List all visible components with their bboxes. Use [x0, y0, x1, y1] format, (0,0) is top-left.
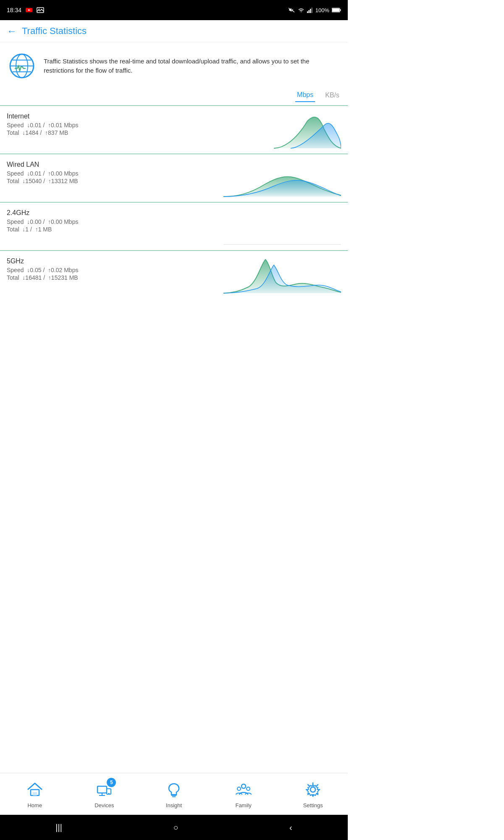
traffic-section-internet: Internet Speed ↓0.01 / ↑0.01 Mbps Total … — [0, 105, 348, 154]
svg-point-30 — [310, 787, 315, 792]
nav-item-home[interactable]: Home — [25, 780, 45, 808]
nav-label-settings: Settings — [303, 802, 323, 808]
traffic-speed: Speed ↓0.01 / ↑0.01 Mbps — [7, 122, 223, 129]
status-right: 100% — [288, 7, 341, 13]
traffic-speed: Speed ↓0.05 / ↑0.02 Mbps — [7, 267, 223, 273]
traffic-section-wiredlan: Wired LAN Speed ↓0.01 / ↑0.00 Mbps Total… — [0, 154, 348, 202]
svg-rect-20 — [97, 786, 107, 793]
devices-badge: 5 — [107, 778, 116, 787]
bottom-nav: Home 5 Devices Insight — [0, 773, 348, 815]
mbps-button[interactable]: Mbps — [295, 89, 315, 102]
traffic-total: Total ↓1 / ↑1 MB — [7, 226, 223, 233]
svg-point-29 — [247, 787, 250, 790]
traffic-total: Total ↓16481 / ↑15231 MB — [7, 274, 223, 281]
description-text: Traffic Statistics shows the real-time a… — [44, 57, 341, 76]
traffic-total: Total ↓1484 / ↑837 MB — [7, 129, 223, 136]
recent-apps-button[interactable]: ||| — [55, 823, 62, 832]
nav-label-family: Family — [235, 802, 251, 808]
family-icon — [234, 780, 254, 800]
top-nav: ← Traffic Statistics — [0, 20, 348, 42]
traffic-total: Total ↓15040 / ↑13312 MB — [7, 178, 223, 184]
nav-item-family[interactable]: Family — [234, 780, 254, 808]
traffic-name: 2.4GHz — [7, 209, 223, 217]
traffic-name: Internet — [7, 113, 223, 120]
traffic-chart-none — [223, 209, 341, 247]
svg-rect-5 — [307, 11, 308, 13]
battery-icon — [332, 8, 341, 13]
traffic-container: Internet Speed ↓0.01 / ↑0.01 Mbps Total … — [0, 105, 348, 299]
status-bar: 18:34 100% — [0, 0, 348, 20]
status-left: 18:34 — [7, 7, 44, 13]
back-button[interactable]: ← — [7, 25, 17, 37]
traffic-chart-wiredlan — [223, 161, 341, 199]
svg-rect-7 — [310, 9, 311, 13]
nav-item-insight[interactable]: Insight — [164, 780, 184, 808]
home-icon — [25, 780, 45, 800]
svg-point-3 — [39, 9, 40, 10]
mute-icon — [288, 7, 295, 13]
page-title: Traffic Statistics — [22, 26, 87, 37]
svg-rect-19 — [33, 792, 37, 795]
back-system-button[interactable]: ‹ — [289, 823, 292, 832]
traffic-name: Wired LAN — [7, 161, 223, 168]
description-box: Traffic Statistics shows the real-time a… — [0, 42, 348, 89]
svg-rect-10 — [332, 8, 339, 12]
insight-icon — [164, 780, 184, 800]
traffic-info: 5GHz Speed ↓0.05 / ↑0.02 Mbps Total ↓164… — [7, 257, 223, 282]
traffic-info: Wired LAN Speed ↓0.01 / ↑0.00 Mbps Total… — [7, 161, 223, 185]
traffic-speed: Speed ↓0.01 / ↑0.00 Mbps — [7, 170, 223, 177]
settings-icon — [303, 780, 323, 800]
nav-item-devices[interactable]: 5 Devices — [94, 780, 114, 808]
traffic-name: 5GHz — [7, 257, 223, 265]
nav-item-settings[interactable]: Settings — [303, 780, 323, 808]
traffic-chart-fiveg — [223, 257, 341, 295]
nav-label-insight: Insight — [166, 802, 182, 808]
unit-toggle: Mbps KB/s — [0, 89, 348, 105]
svg-rect-8 — [311, 8, 312, 13]
youtube-icon — [25, 7, 33, 13]
nav-label-devices: Devices — [94, 802, 114, 808]
traffic-info: 2.4GHz Speed ↓0.00 / ↑0.00 Mbps Total ↓1… — [7, 209, 223, 234]
battery-text: 100% — [315, 7, 329, 13]
signal-icon — [307, 7, 313, 13]
traffic-speed: Speed ↓0.00 / ↑0.00 Mbps — [7, 218, 223, 225]
svg-rect-6 — [308, 10, 310, 13]
status-time: 18:34 — [7, 7, 21, 13]
system-bar: ||| ○ ‹ — [0, 815, 348, 840]
wifi-icon — [298, 7, 304, 13]
home-button[interactable]: ○ — [173, 823, 178, 832]
traffic-info: Internet Speed ↓0.01 / ↑0.01 Mbps Total … — [7, 113, 223, 137]
globe-icon — [7, 51, 37, 81]
traffic-section-5ghz: 5GHz Speed ↓0.05 / ↑0.02 Mbps Total ↓164… — [0, 250, 348, 299]
nav-label-home: Home — [27, 802, 42, 808]
photo-icon — [37, 7, 44, 13]
traffic-section-2.4ghz: 2.4GHz Speed ↓0.00 / ↑0.00 Mbps Total ↓1… — [0, 202, 348, 250]
svg-point-28 — [237, 787, 241, 790]
devices-icon: 5 — [94, 780, 114, 800]
svg-point-27 — [242, 784, 246, 788]
traffic-chart-internet — [223, 113, 341, 150]
kbs-button[interactable]: KB/s — [323, 89, 341, 102]
svg-rect-11 — [340, 9, 341, 11]
